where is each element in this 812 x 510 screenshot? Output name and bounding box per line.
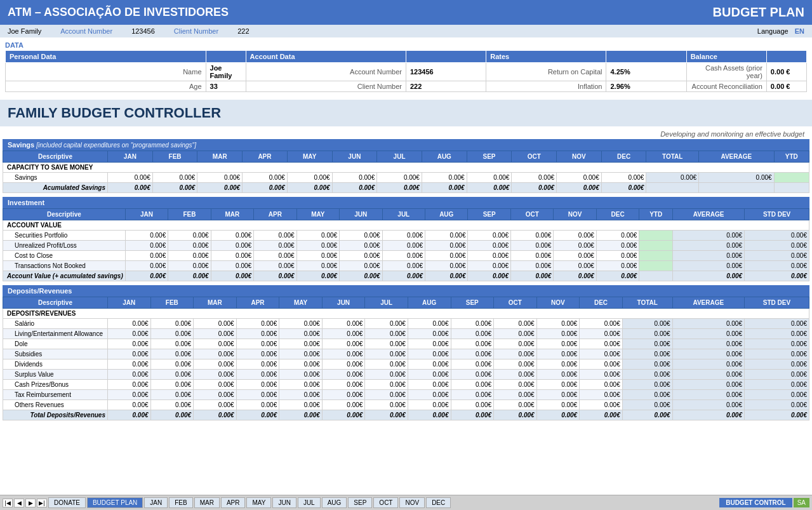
deposits-section: Deposits/Revenues Descriptive JANFEBMAR … [0, 285, 812, 420]
app-header: ATM – ASSOCIAÇÃO DE INVESTIDORES BUDGET … [0, 0, 812, 25]
dep-row-dividends: Dividends 0.00€0.00€0.00€ 0.00€0.00€0.00… [3, 359, 809, 370]
savings-section-row: CAPACITY TO SAVE MONEY [3, 163, 809, 173]
inv-row-unrealized: Unrealized Profit/Loss 0.00€0.00€0.00€ 0… [3, 241, 809, 251]
dep-row-cash-prizes: Cash Prizes/Bonus 0.00€0.00€0.00€ 0.00€0… [3, 380, 809, 390]
client-num-value: 222 [406, 81, 486, 92]
acct-recon-label: Account Reconciliation [686, 81, 766, 92]
cash-assets-value: 0.00 € [766, 63, 806, 81]
info-bar: Joe Family Account Number 123456 Client … [0, 25, 812, 37]
dep-total-row: Total Deposits/Revenues 0.00€0.00€0.00€ … [3, 410, 809, 420]
dep-row-tax: Tax Reimbursement 0.00€0.00€0.00€ 0.00€0… [3, 390, 809, 400]
account-data-header: Account Data [246, 51, 406, 63]
inv-total-row: Account Value (+ acumulated savings) 0.0… [3, 271, 809, 281]
savings-total-row: Acumulated Savings 0.00€0.00€0.00€ 0.00€… [3, 183, 809, 193]
balance-header: Balance [686, 51, 766, 63]
inv-section-row: ACCOUNT VALUE [3, 220, 809, 231]
budget-plan-label: BUDGET PLAN [713, 5, 804, 20]
data-section: DATA Personal Data Account Data Rates Ba… [0, 37, 812, 97]
savings-row-label: Savings [3, 173, 108, 183]
savings-col-aug: AUG [422, 151, 467, 163]
data-row-2: Age 33 Client Number 222 Inflation 2.96%… [6, 81, 807, 92]
dep-row-allowance: Living/Entertainment Allowance 0.00€0.00… [3, 329, 809, 339]
fbc-subtitle: Developing and monitoring an effective b… [0, 129, 812, 139]
cash-prizes-label: Cash Prizes/Bonus [3, 380, 108, 390]
savings-col-jan: JAN [108, 151, 153, 163]
savings-table: Descriptive JAN FEB MAR APR MAY JUN JUL … [3, 151, 809, 193]
savings-col-total: TOTAL [646, 151, 699, 163]
acct-num-label: Account Number [246, 63, 406, 81]
inflation-label: Inflation [486, 81, 606, 92]
savings-row-savings: Savings 0.00€0.00€0.00€ 0.00€0.00€0.00€ … [3, 173, 809, 183]
savings-col-ytd: YTD [774, 151, 809, 163]
inv-col-desc: Descriptive [3, 209, 126, 220]
savings-header: Savings [included capital expenditures o… [3, 139, 809, 151]
dep-section-row: DEPOSITS/REVENUES [3, 309, 809, 319]
data-info-table: Personal Data Account Data Rates Balance… [5, 50, 807, 92]
dep-row-surplus: Surplus Value 0.00€0.00€0.00€ 0.00€0.00€… [3, 370, 809, 380]
savings-col-desc: Descriptive [3, 151, 108, 163]
savings-col-oct: OCT [512, 151, 557, 163]
name-value: Joe Family [206, 63, 246, 81]
return-label: Return on Capital [486, 63, 606, 81]
savings-col-dec: DEC [601, 151, 646, 163]
investment-header: Investment [3, 197, 809, 208]
language-label: Language [757, 27, 789, 35]
savings-col-avg: AVERAGE [699, 151, 775, 163]
data-label: DATA [5, 40, 807, 50]
fbc-title: FAMILY BUDGET CONTROLLER [8, 105, 804, 121]
deposits-table: Descriptive JANFEBMAR APRMAYJUN JULAUGSE… [3, 297, 809, 420]
app-title: ATM – ASSOCIAÇÃO DE INVESTIDORES [8, 6, 229, 19]
acct-num-value: 123456 [406, 63, 486, 81]
investment-section: Investment Descriptive JANFEBMAR APRMAYJ… [0, 197, 812, 281]
inv-row-securities: Securities Portfolio 0.00€0.00€0.00€ 0.0… [3, 231, 809, 241]
dep-row-others: Others Revenues 0.00€0.00€0.00€ 0.00€0.0… [3, 400, 809, 410]
client-number-value: 222 [237, 27, 249, 35]
savings-section: Savings [included capital expenditures o… [0, 139, 812, 193]
user-name: Joe Family [8, 27, 41, 35]
savings-note: [included capital expenditures on "progr… [36, 142, 196, 149]
data-row-1: Name Joe Family Account Number 123456 Re… [6, 63, 807, 81]
dep-row-subsidies: Subsidies 0.00€0.00€0.00€ 0.00€0.00€0.00… [3, 349, 809, 359]
age-label: Age [6, 81, 206, 92]
savings-col-feb: FEB [152, 151, 197, 163]
savings-col-apr: APR [243, 151, 288, 163]
inflation-value: 2.96% [606, 81, 686, 92]
inv-row-cost: Cost to Close 0.00€0.00€0.00€ 0.00€0.00€… [3, 251, 809, 261]
fbc-header: FAMILY BUDGET CONTROLLER [0, 100, 812, 126]
personal-data-header: Personal Data [6, 51, 206, 63]
inv-row-transactions: Transactions Not Booked 0.00€0.00€0.00€ … [3, 261, 809, 271]
savings-col-jul: JUL [377, 151, 422, 163]
dep-row-dole: Dole 0.00€0.00€0.00€ 0.00€0.00€0.00€ 0.0… [3, 339, 809, 349]
dep-row-salario: Salário 0.00€0.00€0.00€ 0.00€0.00€0.00€ … [3, 319, 809, 329]
age-value: 33 [206, 81, 246, 92]
account-number-label: Account Number [60, 27, 112, 35]
return-value: 4.25% [606, 63, 686, 81]
language-value: EN [795, 27, 804, 35]
savings-col-jun: JUN [332, 151, 377, 163]
deposits-header: Deposits/Revenues [3, 285, 809, 297]
savings-section-label: CAPACITY TO SAVE MONEY [3, 163, 809, 173]
client-number-label: Client Number [174, 27, 218, 35]
cash-assets-label: Cash Assets (prior year) [686, 63, 766, 81]
savings-col-mar: MAR [197, 151, 243, 163]
rates-header: Rates [486, 51, 606, 63]
investment-table: Descriptive JANFEBMAR APRMAYJUN JULAUGSE… [3, 208, 809, 281]
savings-col-nov: NOV [557, 151, 602, 163]
savings-col-sep: SEP [467, 151, 512, 163]
name-label: Name [6, 63, 206, 81]
savings-col-may: MAY [287, 151, 332, 163]
account-number-value: 123456 [131, 27, 155, 35]
acct-recon-value: 0.00 € [766, 81, 806, 92]
client-num-label: Client Number [246, 81, 406, 92]
